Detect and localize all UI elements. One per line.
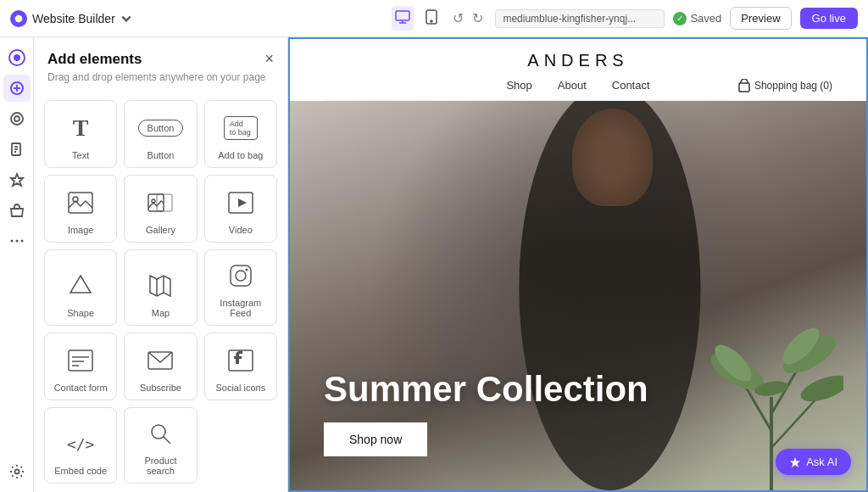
gallery-element-label: Gallery <box>146 225 175 235</box>
undo-redo-group: ↺ ↻ <box>449 8 487 28</box>
element-map[interactable]: Map <box>124 249 197 326</box>
app-title: Website Builder <box>32 12 115 25</box>
svg-point-21 <box>14 470 19 474</box>
element-shape[interactable]: Shape <box>44 249 117 326</box>
golive-button[interactable]: Go live <box>800 8 858 29</box>
embedcode-element-label: Embed code <box>54 466 107 476</box>
svg-marker-29 <box>70 276 91 293</box>
map-element-icon <box>143 269 177 303</box>
add-elements-icon[interactable] <box>3 75 31 102</box>
shopping-bag-label: Shopping bag (0) <box>754 80 832 92</box>
hero-content: Summer Collection Shop now <box>290 344 682 490</box>
svg-marker-30 <box>150 276 170 296</box>
video-element-icon <box>224 186 258 220</box>
svg-point-12 <box>14 116 19 121</box>
element-instagram[interactable]: Instagram Feed <box>204 249 277 326</box>
svg-rect-33 <box>231 266 251 286</box>
redo-button[interactable]: ↻ <box>469 8 487 28</box>
element-text[interactable]: T Text <box>44 100 117 168</box>
svg-rect-22 <box>69 193 92 213</box>
panel-title: Add elements <box>47 51 142 68</box>
contactform-element-icon <box>64 344 97 377</box>
element-gallery[interactable]: Gallery <box>124 175 197 243</box>
pages-icon[interactable] <box>3 136 31 163</box>
element-image[interactable]: Image <box>44 175 117 243</box>
undo-button[interactable]: ↺ <box>449 8 467 28</box>
site-nav: Shop About Contact Shopping bag (0) <box>324 79 832 101</box>
subscribe-element-icon <box>143 344 177 377</box>
panel-header: Add elements × <box>34 37 287 71</box>
element-product-search[interactable]: Product search <box>124 407 197 484</box>
site-logo: ANDERS <box>527 51 628 70</box>
element-social-icons[interactable]: Social icons <box>204 333 277 400</box>
nav-contact[interactable]: Contact <box>612 79 650 92</box>
svg-rect-1 <box>396 11 409 20</box>
shape-element-icon <box>64 269 97 303</box>
ask-ai-label: Ask AI <box>806 456 837 468</box>
svg-marker-17 <box>11 174 23 186</box>
svg-point-19 <box>15 240 18 243</box>
settings-icon[interactable] <box>3 458 31 485</box>
element-addtobag[interactable]: Add to bag Add to bag <box>204 100 277 168</box>
svg-point-7 <box>14 54 20 61</box>
text-element-label: Text <box>72 150 89 160</box>
hero-cta-button[interactable]: Shop now <box>324 422 427 456</box>
element-contact-form[interactable]: Contact form <box>44 333 117 400</box>
design-icon[interactable] <box>3 105 31 132</box>
svg-line-48 <box>771 397 818 448</box>
addtobag-element-icon: Add to bag <box>224 111 258 145</box>
mobile-device-button[interactable] <box>422 6 441 31</box>
store-icon[interactable] <box>3 197 31 224</box>
image-element-icon <box>64 186 97 220</box>
element-video[interactable]: Video <box>204 175 277 243</box>
socialicons-element-label: Social icons <box>215 383 265 393</box>
nav-about[interactable]: About <box>558 79 587 92</box>
button-element-label: Button <box>147 150 175 160</box>
svg-rect-44 <box>739 83 749 92</box>
more-icon[interactable] <box>3 227 31 254</box>
svg-marker-28 <box>238 198 247 207</box>
text-element-icon: T <box>64 111 97 145</box>
preview-button[interactable]: Preview <box>730 7 791 30</box>
svg-point-35 <box>245 269 248 271</box>
embedcode-element-icon: </> <box>64 427 97 461</box>
svg-point-18 <box>10 240 13 243</box>
svg-point-5 <box>431 20 432 22</box>
add-elements-panel: Add elements × Drag and drop elements an… <box>34 37 288 492</box>
svg-point-11 <box>11 113 23 125</box>
element-embed-code[interactable]: </> Embed code <box>44 407 117 484</box>
subscribe-element-label: Subscribe <box>140 383 181 393</box>
element-button[interactable]: Button Button <box>124 100 197 168</box>
logo-icon <box>3 44 31 71</box>
hero-head <box>572 109 653 206</box>
desktop-device-button[interactable] <box>392 6 414 31</box>
chevron-down-icon <box>120 13 132 25</box>
video-element-label: Video <box>229 225 253 235</box>
website-preview-inner: ANDERS Shop About Contact Shopping bag (… <box>288 37 868 492</box>
gallery-element-icon <box>143 186 177 220</box>
ask-ai-button[interactable]: Ask AI <box>776 449 851 475</box>
element-subscribe[interactable]: Subscribe <box>124 333 197 400</box>
url-bar[interactable] <box>495 9 665 28</box>
shape-element-label: Shape <box>67 308 94 318</box>
svg-point-42 <box>152 425 165 439</box>
image-element-label: Image <box>68 225 94 235</box>
nav-shop[interactable]: Shop <box>506 79 531 92</box>
map-element-label: Map <box>152 308 170 318</box>
saved-check-icon: ✓ <box>673 12 687 25</box>
top-bar: Website Builder ↺ ↻ ✓ Saved Preview Go l… <box>0 0 868 37</box>
app-title-area: Website Builder <box>10 10 132 27</box>
socialicons-element-icon <box>224 344 258 377</box>
svg-marker-55 <box>790 457 800 467</box>
website-preview: ANDERS Shop About Contact Shopping bag (… <box>288 37 868 492</box>
svg-point-20 <box>20 240 23 243</box>
ai-icon[interactable] <box>3 166 31 193</box>
instagram-element-label: Instagram Feed <box>210 298 271 318</box>
instagram-element-icon <box>224 259 258 293</box>
shopping-bag[interactable]: Shopping bag (0) <box>738 79 832 92</box>
saved-status: ✓ Saved <box>673 12 721 25</box>
panel-close-button[interactable]: × <box>264 51 274 66</box>
elements-grid: T Text Button Button Add to bag Add to b… <box>34 93 287 490</box>
svg-point-0 <box>15 14 23 22</box>
svg-point-51 <box>798 370 843 406</box>
